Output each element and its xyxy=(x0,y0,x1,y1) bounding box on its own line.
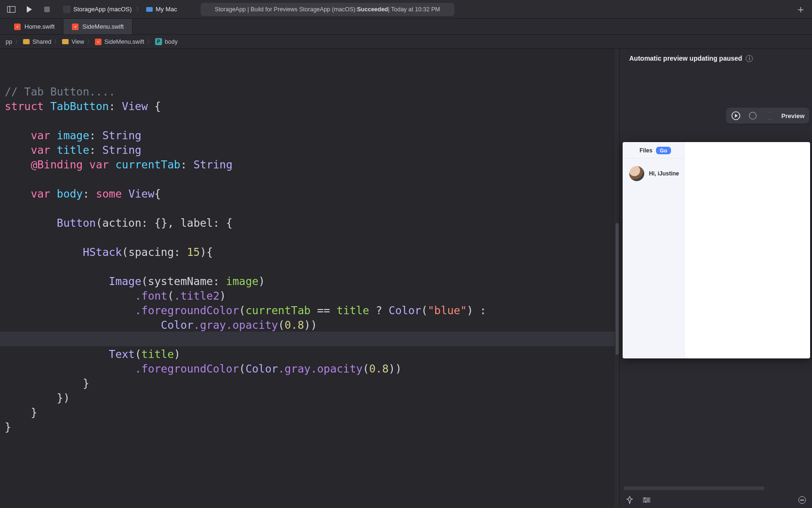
inspect-preview-button[interactable] xyxy=(765,111,775,121)
preview-app-sidebar: Files Go Hi, iJustine xyxy=(623,142,685,358)
toggle-navigator-button[interactable] xyxy=(5,3,18,16)
build-status: Succeeded xyxy=(357,6,388,13)
swift-file-icon xyxy=(95,39,102,45)
preview-toolbar: Preview xyxy=(726,108,809,124)
preview-paused-label: Automatic preview updating paused xyxy=(629,55,742,62)
info-icon[interactable]: i xyxy=(746,55,753,62)
crumb-symbol: body xyxy=(165,39,178,45)
app-icon xyxy=(63,6,70,13)
svg-point-4 xyxy=(749,112,756,119)
canvas-preview-pane: Automatic preview updating paused i Prev… xyxy=(619,49,812,508)
crumb-file: SideMenu.swift xyxy=(104,39,144,45)
pin-preview-button[interactable] xyxy=(625,495,635,505)
crumb-root: pp xyxy=(6,39,12,45)
preview-go-pill: Go xyxy=(656,147,671,154)
svg-point-10 xyxy=(645,501,646,502)
activity-viewer[interactable]: StorageApp | Build for Previews StorageA… xyxy=(201,3,454,16)
svg-rect-0 xyxy=(8,6,16,12)
build-prefix: StorageApp | Build for Previews StorageA… xyxy=(215,6,357,13)
crumb-view: View xyxy=(71,39,84,45)
folder-icon xyxy=(62,39,69,44)
code-editor[interactable]: // Tab Button.... struct TabButton: View… xyxy=(0,49,615,508)
main-toolbar: StorageApp (macOS) 〉 My Mac StorageApp |… xyxy=(0,0,812,19)
add-tab-button[interactable]: ＋ xyxy=(794,3,807,16)
editor-tab-bar: Home.swift SideMenu.swift xyxy=(0,19,812,35)
folder-icon xyxy=(23,39,30,44)
swift-file-icon xyxy=(14,24,21,30)
swift-file-icon xyxy=(72,24,78,30)
scheme-selector[interactable]: StorageApp (macOS) 〉 My Mac xyxy=(58,3,182,16)
chevron-right-icon: 〉 xyxy=(134,6,143,13)
scheme-app-label: StorageApp (macOS) xyxy=(73,6,132,13)
preview-settings-button[interactable] xyxy=(641,495,652,505)
run-button[interactable] xyxy=(23,3,36,16)
tab-sidemenu-swift[interactable]: SideMenu.swift xyxy=(63,19,133,34)
tab-home-swift[interactable]: Home.swift xyxy=(6,19,63,34)
property-badge-icon: P xyxy=(155,38,162,45)
svg-point-9 xyxy=(647,499,648,500)
build-time: | Today at 10:32 PM xyxy=(388,6,440,13)
preview-horizontal-scrollbar[interactable] xyxy=(624,486,765,490)
preview-greeting: Hi, iJustine xyxy=(649,170,679,177)
selectable-preview-button[interactable] xyxy=(748,111,758,121)
tab-label: SideMenu.swift xyxy=(82,23,124,30)
scheme-device-label: My Mac xyxy=(156,6,177,13)
svg-point-8 xyxy=(644,497,645,499)
svg-marker-3 xyxy=(735,114,738,118)
zoom-out-button[interactable] xyxy=(797,495,807,505)
preview-paused-banner: Automatic preview updating paused i xyxy=(620,49,812,67)
preview-app-content xyxy=(685,142,810,358)
stop-button[interactable] xyxy=(40,3,54,16)
jump-bar[interactable]: pp 〉 Shared 〉 View 〉 SideMenu.swift 〉 Pb… xyxy=(0,35,812,49)
editor-scrollbar[interactable] xyxy=(615,49,619,508)
avatar xyxy=(629,166,644,181)
preview-files-label: Files xyxy=(640,147,652,154)
preview-toolbar-label: Preview xyxy=(781,112,804,119)
device-icon xyxy=(146,7,153,12)
preview-canvas[interactable]: Files Go Hi, iJustine xyxy=(623,142,810,358)
tab-label: Home.swift xyxy=(24,23,55,30)
crumb-shared: Shared xyxy=(32,39,51,45)
live-preview-button[interactable] xyxy=(731,111,741,121)
